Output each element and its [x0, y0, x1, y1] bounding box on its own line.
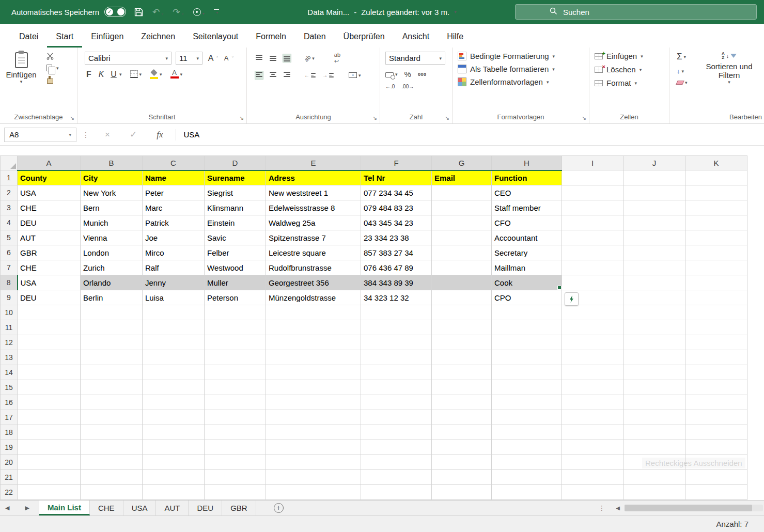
sheet-tab-main-list[interactable]: Main List	[39, 500, 90, 515]
cell-I3[interactable]	[562, 200, 623, 215]
cell-A9[interactable]: DEU	[18, 290, 81, 305]
cell-A2[interactable]: USA	[18, 185, 81, 200]
cell-C19[interactable]	[143, 440, 205, 455]
cell-B10[interactable]	[81, 305, 143, 320]
quick-analysis-button[interactable]	[565, 292, 579, 306]
horizontal-scrollbar[interactable]	[625, 505, 763, 511]
customize-toolbar-button[interactable]: ▾	[214, 9, 219, 15]
cell-K2[interactable]	[685, 185, 747, 200]
column-header-H[interactable]: H	[492, 156, 562, 170]
cell-B7[interactable]: Zurich	[81, 260, 143, 275]
sheet-tab-che[interactable]: CHE	[90, 500, 123, 515]
cell-A4[interactable]: DEU	[18, 215, 81, 230]
cell-E16[interactable]	[266, 395, 361, 410]
ribbon-tab-start[interactable]: Start	[47, 27, 82, 48]
cell-D9[interactable]: Peterson	[205, 290, 266, 305]
column-header-F[interactable]: F	[361, 156, 432, 170]
merge-center-button[interactable]: ▾	[349, 72, 361, 78]
enter-icon[interactable]: ✓	[120, 129, 147, 140]
cell-D17[interactable]	[205, 410, 266, 425]
cell-C14[interactable]	[143, 365, 205, 380]
cell-G13[interactable]	[432, 350, 492, 365]
cell-C15[interactable]	[143, 380, 205, 395]
cell-I18[interactable]	[562, 425, 623, 440]
font-name-select[interactable]: Calibri▾	[85, 52, 171, 65]
cell-G3[interactable]	[432, 200, 492, 215]
cell-A15[interactable]	[18, 380, 81, 395]
formula-input[interactable]: USA	[183, 130, 199, 139]
add-sheet-button[interactable]: +	[274, 503, 284, 513]
cell-E21[interactable]	[266, 470, 361, 485]
cell-J18[interactable]	[623, 425, 685, 440]
accounting-format-button[interactable]: ▾	[385, 71, 398, 77]
cell-E5[interactable]: Spitzenstrasse 7	[266, 230, 361, 245]
cancel-icon[interactable]: ×	[95, 130, 120, 140]
cell-K7[interactable]	[685, 260, 747, 275]
cell-E4[interactable]: Waldweg 25a	[266, 215, 361, 230]
cell-G14[interactable]	[432, 365, 492, 380]
cell-F11[interactable]	[361, 320, 432, 335]
cell-C9[interactable]: Luisa	[143, 290, 205, 305]
cell-E9[interactable]: Münzengoldstrasse	[266, 290, 361, 305]
cell-C20[interactable]	[143, 455, 205, 470]
cell-B16[interactable]	[81, 395, 143, 410]
cell-C17[interactable]	[143, 410, 205, 425]
ribbon-tab-formeln[interactable]: Formeln	[247, 27, 295, 48]
cell-C4[interactable]: Patrick	[143, 215, 205, 230]
number-format-select[interactable]: Standard▾	[385, 52, 445, 65]
cell-K21[interactable]	[685, 470, 747, 485]
cell-C10[interactable]	[143, 305, 205, 320]
document-title[interactable]: Data Main... - Zuletzt geändert: vor 3 m…	[307, 8, 456, 17]
cell-D6[interactable]: Felber	[205, 245, 266, 260]
cell-E19[interactable]	[266, 440, 361, 455]
cell-B6[interactable]: London	[81, 245, 143, 260]
cell-D5[interactable]: Savic	[205, 230, 266, 245]
cell-E2[interactable]: New weststreet 1	[266, 185, 361, 200]
cell-D18[interactable]	[205, 425, 266, 440]
cell-I16[interactable]	[562, 395, 623, 410]
cell-B12[interactable]	[81, 335, 143, 350]
ribbon-tab-hilfe[interactable]: Hilfe	[438, 27, 472, 48]
cell-B22[interactable]	[81, 485, 143, 500]
cell-J21[interactable]	[623, 470, 685, 485]
cell-C22[interactable]	[143, 485, 205, 500]
row-header-12[interactable]: 12	[1, 335, 18, 350]
row-header-13[interactable]: 13	[1, 350, 18, 365]
cell-C7[interactable]: Ralf	[143, 260, 205, 275]
align-top-icon[interactable]	[255, 54, 263, 62]
align-center-icon[interactable]	[269, 71, 277, 79]
cell-K19[interactable]	[685, 440, 747, 455]
cell-J3[interactable]	[623, 200, 685, 215]
cell-B9[interactable]: Berlin	[81, 290, 143, 305]
row-header-8[interactable]: 8	[1, 275, 18, 290]
cell-G10[interactable]	[432, 305, 492, 320]
cell-H8[interactable]: Cook	[492, 275, 562, 290]
cell-F18[interactable]	[361, 425, 432, 440]
cell-F17[interactable]	[361, 410, 432, 425]
borders-button[interactable]: ▾	[130, 70, 142, 78]
row-header-19[interactable]: 19	[1, 440, 18, 455]
cell-F12[interactable]	[361, 335, 432, 350]
cell-E11[interactable]	[266, 320, 361, 335]
cell-H17[interactable]	[492, 410, 562, 425]
font-dialog-launcher-icon[interactable]: ↘	[239, 115, 244, 121]
cell-D8[interactable]: Muller	[205, 275, 266, 290]
cell-I8[interactable]	[562, 275, 623, 290]
cell-E22[interactable]	[266, 485, 361, 500]
autosave-toggle[interactable]: ✓	[104, 7, 126, 17]
clipboard-dialog-launcher-icon[interactable]: ↘	[70, 115, 74, 121]
cell-J9[interactable]	[623, 290, 685, 305]
column-header-I[interactable]: I	[562, 156, 623, 170]
cell-J16[interactable]	[623, 395, 685, 410]
cell-J7[interactable]	[623, 260, 685, 275]
cell-F21[interactable]	[361, 470, 432, 485]
cell-E8[interactable]: Georgestreet 356	[266, 275, 361, 290]
format-as-table-button[interactable]: Als Tabelle formatieren▾	[458, 65, 586, 73]
cell-G7[interactable]	[432, 260, 492, 275]
cell-F8[interactable]: 384 343 89 39	[361, 275, 432, 290]
cell-styles-button[interactable]: Zellenformatvorlagen▾	[458, 77, 586, 86]
row-header-10[interactable]: 10	[1, 305, 18, 320]
tab-splitter-handle[interactable]: ⋮	[598, 504, 605, 512]
cell-K16[interactable]	[685, 395, 747, 410]
cell-H19[interactable]	[492, 440, 562, 455]
